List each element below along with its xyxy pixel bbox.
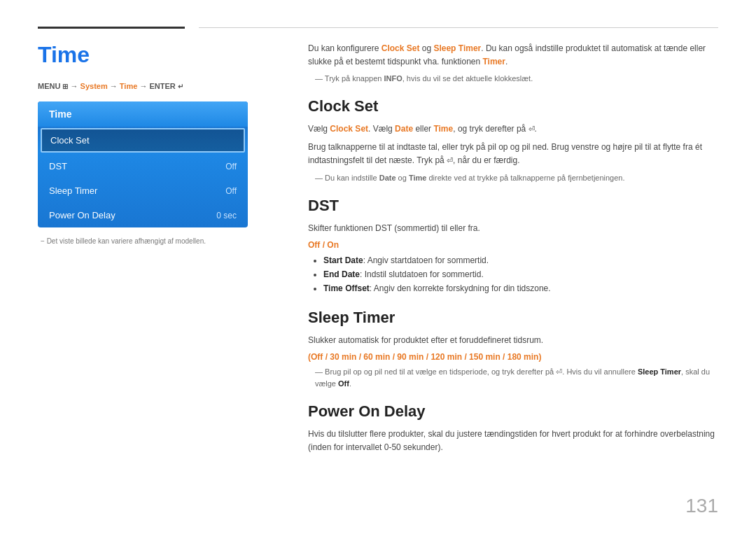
section-sleep-timer: Sleep Timer Slukker automatisk for produ… (308, 309, 718, 390)
right-column: Du kan konfigurere Clock Set og Sleep Ti… (308, 42, 718, 468)
intro-text: Du kan konfigurere Clock Set og Sleep Ti… (308, 42, 718, 69)
section-power-on-delay: Power On Delay Hvis du tilslutter flere … (308, 402, 718, 456)
sleep-timer-options: (Off / 30 min / 60 min / 90 min / 120 mi… (308, 352, 718, 362)
page-title: Time (38, 42, 276, 68)
section-power-on-delay-body: Hvis du tilslutter flere produkter, skal… (308, 428, 718, 456)
menu-path: MENU ⊞ → System → Time → ENTER ↵ (38, 82, 276, 90)
section-dst-body: Skifter funktionen DST (sommertid) til e… (308, 222, 718, 236)
panel-item-power-on-delay-label: Power On Delay (49, 210, 115, 220)
top-line-dark (38, 27, 185, 29)
section-clock-set: Clock Set Vælg Clock Set. Vælg Date elle… (308, 97, 718, 184)
section-clock-set-title: Clock Set (308, 97, 718, 115)
dst-bullet-end-date: End Date: Indstil slutdatoen for sommert… (323, 267, 718, 281)
section-clock-set-note: Du kan indstille Date og Time direkte ve… (308, 172, 718, 184)
section-dst-title: DST (308, 197, 718, 215)
panel-item-dst[interactable]: DST Off (38, 154, 248, 178)
intro-note: Tryk på knappen INFO, hvis du vil se det… (308, 73, 718, 85)
image-note: Det viste billede kan variere afhængigt … (38, 237, 276, 245)
section-power-on-delay-title: Power On Delay (308, 402, 718, 421)
ui-panel-title: Time (38, 101, 248, 127)
left-column: Time MENU ⊞ → System → Time → ENTER ↵ Ti… (38, 42, 276, 245)
page-number: 131 (685, 495, 718, 517)
panel-item-sleep-timer-value: Off (225, 186, 237, 196)
section-sleep-timer-note: Brug pil op og pil ned til at vælge en t… (308, 366, 718, 390)
section-sleep-timer-title: Sleep Timer (308, 309, 718, 327)
dst-bullet-time-offset: Time Offset: Angiv den korrekte forskydn… (323, 281, 718, 295)
section-sleep-timer-body: Slukker automatisk for produktet efter e… (308, 334, 718, 348)
panel-item-power-on-delay[interactable]: Power On Delay 0 sec (38, 203, 248, 227)
panel-item-sleep-timer[interactable]: Sleep Timer Off (38, 178, 248, 203)
dst-bullet-start-date: Start Date: Angiv startdatoen for sommer… (323, 253, 718, 267)
top-decorative-lines (0, 27, 756, 29)
dst-bullet-list: Start Date: Angiv startdatoen for sommer… (308, 253, 718, 296)
panel-item-dst-value: Off (225, 162, 237, 171)
section-clock-set-body1: Vælg Clock Set. Vælg Date eller Time, og… (308, 122, 718, 136)
ui-panel: Time Clock Set DST Off Sleep Timer Off P… (38, 101, 248, 227)
panel-item-dst-label: DST (49, 161, 67, 171)
section-dst: DST Skifter funktionen DST (sommertid) t… (308, 197, 718, 296)
panel-item-clock-set[interactable]: Clock Set (41, 128, 245, 153)
panel-item-power-on-delay-value: 0 sec (216, 211, 237, 220)
section-clock-set-body2: Brug talknapperne til at indtaste tal, e… (308, 141, 718, 169)
top-line-light (199, 27, 718, 28)
panel-item-sleep-timer-label: Sleep Timer (49, 185, 97, 196)
panel-item-clock-set-label: Clock Set (50, 135, 90, 146)
dst-options-label: Off / On (308, 240, 718, 250)
